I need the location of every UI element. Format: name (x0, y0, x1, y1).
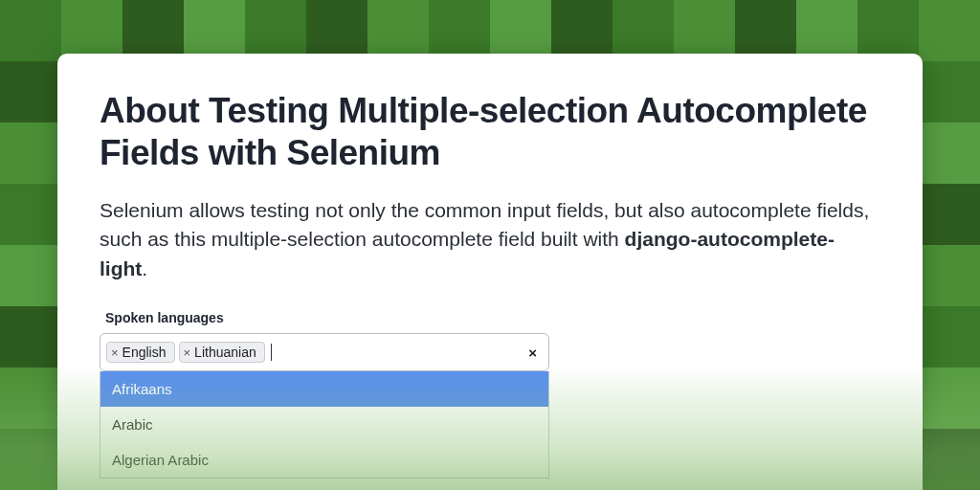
remove-tag-icon[interactable]: × (184, 346, 191, 359)
intro-paragraph: Selenium allows testing not only the com… (100, 196, 880, 283)
field-label: Spoken languages (105, 310, 880, 325)
dropdown-list: Afrikaans Arabic Algerian Arabic (100, 371, 549, 479)
dropdown-option[interactable]: Algerian Arabic (100, 442, 548, 478)
selection-box[interactable]: × English × Lithuanian × (100, 333, 549, 371)
autocomplete-field[interactable]: × English × Lithuanian × Afrikaans Arabi… (100, 333, 549, 371)
article-card: About Testing Multiple-selection Autocom… (57, 54, 923, 490)
remove-tag-icon[interactable]: × (111, 346, 119, 359)
dropdown-option[interactable]: Arabic (100, 407, 548, 442)
clear-all-icon[interactable]: × (528, 345, 537, 361)
text-cursor (271, 344, 272, 361)
selected-tag[interactable]: × English (106, 342, 175, 363)
tag-label: English (122, 345, 167, 360)
selected-tag[interactable]: × Lithuanian (179, 342, 265, 363)
intro-text-post: . (142, 257, 147, 279)
dropdown-option[interactable]: Afrikaans (100, 371, 548, 407)
page-title: About Testing Multiple-selection Autocom… (100, 90, 880, 175)
tag-label: Lithuanian (194, 345, 256, 360)
